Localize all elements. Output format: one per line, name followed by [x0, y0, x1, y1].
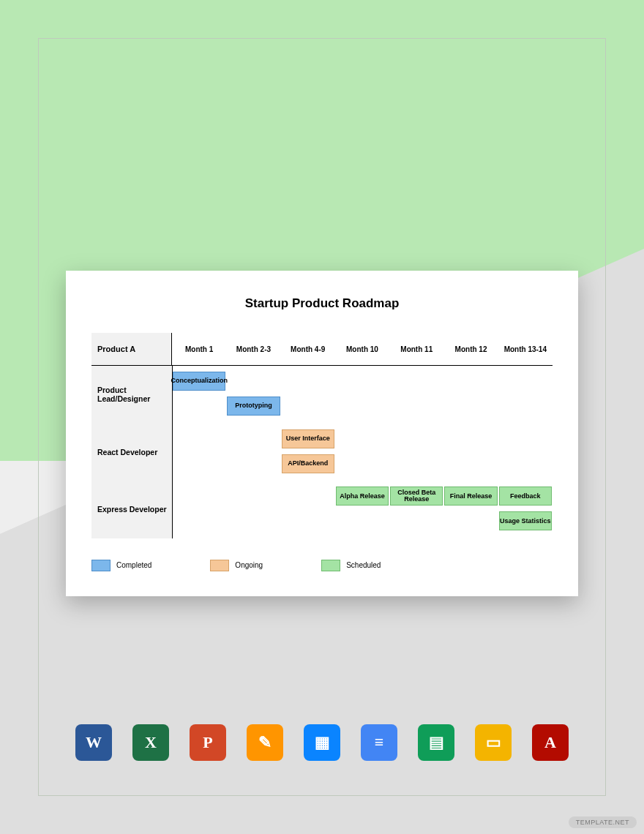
powerpoint-icon[interactable]: P	[190, 724, 226, 761]
gantt-bar: Alpha Release	[336, 487, 389, 506]
pdf-icon[interactable]: A	[532, 724, 569, 761]
legend-swatch-scheduled	[321, 560, 340, 571]
gantt-header-row: Product A Month 1 Month 2-3 Month 4-9 Mo…	[91, 333, 553, 366]
legend-label: Ongoing	[235, 561, 263, 569]
gantt-bar: Prototyping	[227, 397, 280, 416]
row-header-cell: Product A	[91, 333, 172, 365]
gantt-bar: Feedback	[499, 487, 552, 506]
role-column: Product Lead/Designer React Developer Ex…	[91, 366, 173, 538]
document-preview: Startup Product Roadmap Product A Month …	[66, 271, 578, 596]
month-col: Month 1	[172, 333, 226, 365]
legend-label: Completed	[116, 561, 151, 569]
gantt-bar: Final Release	[444, 487, 497, 506]
word-icon[interactable]: W	[75, 724, 112, 761]
slides-icon[interactable]: ▭	[475, 724, 512, 761]
docs-icon[interactable]: ≡	[361, 724, 397, 761]
keynote-icon[interactable]: ▦	[304, 724, 340, 761]
month-col: Month 10	[335, 333, 389, 365]
month-col: Month 4-9	[281, 333, 335, 365]
excel-icon[interactable]: X	[132, 724, 169, 761]
gantt-chart: Product A Month 1 Month 2-3 Month 4-9 Mo…	[91, 333, 553, 538]
gantt-bar: Usage Statistics	[499, 511, 552, 530]
watermark: TEMPLATE.NET	[569, 816, 637, 828]
role-label: Product Lead/Designer	[91, 366, 172, 424]
legend-item: Ongoing	[210, 560, 263, 571]
month-col: Month 2-3	[226, 333, 280, 365]
month-col: Month 11	[389, 333, 443, 365]
month-col: Month 13-14	[498, 333, 553, 365]
legend: Completed Ongoing Scheduled	[91, 560, 381, 571]
role-label: React Developer	[91, 424, 172, 481]
chart-title: Startup Product Roadmap	[66, 296, 578, 311]
legend-item: Completed	[91, 560, 151, 571]
gantt-bar: User Interface	[282, 429, 334, 448]
legend-swatch-completed	[91, 560, 111, 571]
sheets-icon[interactable]: ▤	[418, 724, 454, 761]
format-icons-row: WXP✎▦≡▤▭A	[0, 724, 644, 761]
gantt-body: Product Lead/Designer React Developer Ex…	[91, 366, 553, 538]
legend-swatch-ongoing	[210, 560, 229, 571]
stage: Startup Product Roadmap Product A Month …	[0, 0, 644, 834]
gantt-area: ConceptualizationPrototypingUser Interfa…	[173, 366, 553, 538]
month-col: Month 12	[443, 333, 498, 365]
legend-label: Scheduled	[346, 561, 381, 569]
gantt-bar: API/Backend	[282, 454, 334, 473]
pages-icon[interactable]: ✎	[247, 724, 283, 761]
legend-item: Scheduled	[321, 560, 381, 571]
role-label: Express Developer	[91, 481, 172, 538]
gantt-bar: Closed Beta Release	[390, 487, 443, 506]
gantt-bar: Conceptualization	[173, 372, 225, 391]
